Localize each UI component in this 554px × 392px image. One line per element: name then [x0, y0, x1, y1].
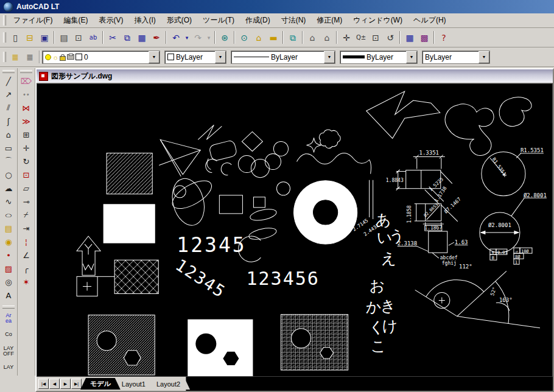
redo-button[interactable]: ↷ — [191, 30, 205, 44]
tool-point-button[interactable]: • — [1, 248, 16, 262]
lineweight-settings-button[interactable]: ▬ — [266, 30, 281, 44]
drawing-text[interactable]: Ø7.1467 — [443, 196, 462, 215]
pan-realtime-button[interactable]: ✛ — [339, 30, 354, 44]
menubar-grip[interactable] — [3, 15, 6, 26]
menu-item[interactable]: 形式(O) — [161, 14, 197, 27]
menu-item[interactable]: 作成(D) — [240, 14, 276, 27]
zoom-realtime-button[interactable]: Q± — [354, 30, 368, 44]
drawing-text[interactable]: 1.1867 — [424, 225, 442, 231]
print-button[interactable]: ▤ — [57, 30, 71, 44]
tool-make-block-button[interactable]: ◉ — [1, 235, 16, 248]
tool-scale-button[interactable]: ⊡ — [19, 168, 34, 181]
undo-button[interactable]: ↶ — [169, 30, 183, 44]
app-title-bar[interactable]: AutoCAD LT — [0, 0, 554, 13]
layout-tab[interactable]: モデル — [80, 378, 121, 390]
layout-viewports-button[interactable]: ⧉ — [286, 30, 300, 44]
plotstyle-combo[interactable]: ByLayer ▼ — [422, 51, 490, 64]
first-tab-button[interactable]: |◀ — [38, 379, 49, 389]
menu-item[interactable]: 編集(E) — [58, 14, 93, 27]
blob-with-tail[interactable] — [445, 104, 494, 156]
drawing-text[interactable]: 2.3138 — [398, 240, 418, 247]
zigzag-polygon[interactable] — [366, 91, 440, 138]
color-combo[interactable]: ByLayer ▼ — [164, 51, 226, 64]
menu-item[interactable]: 寸法(N) — [276, 14, 312, 27]
export-block-button[interactable]: ⌂ — [320, 30, 334, 44]
drawing-text[interactable]: 1.63 — [455, 239, 468, 245]
drawing-text[interactable]: Ø2.0653 — [423, 202, 440, 219]
tool-multiline-button[interactable]: ⫽ — [1, 101, 16, 114]
tool-erase-button[interactable]: ⌦ — [19, 74, 34, 88]
layer-combo[interactable]: 0 ▼ — [42, 51, 160, 64]
solid-square-with-holes[interactable] — [188, 320, 253, 376]
tool-text-button[interactable]: A — [1, 289, 16, 302]
tool-line-button[interactable]: ╱ — [1, 74, 16, 88]
drawing-text[interactable]: R1.5351 — [521, 147, 544, 153]
zoom-previous-button[interactable]: ↺ — [383, 30, 398, 44]
linetype-combo-dropdown[interactable]: ▼ — [324, 51, 335, 63]
drawing-canvas[interactable]: 1234512345123456あいうえおかきくけこ1.33511.88431.… — [37, 84, 552, 376]
rectangle-outline[interactable] — [219, 195, 242, 214]
tool-revision-cloud-button[interactable]: ☁ — [1, 181, 16, 195]
tool-array-button[interactable]: ⊞ — [19, 128, 34, 141]
tool-lengthen-button[interactable]: ⊸ — [19, 195, 34, 208]
tool-chamfer-button[interactable]: ∠ — [19, 248, 34, 262]
plotstyle-combo-dropdown[interactable]: ▼ — [479, 51, 489, 63]
tool-hatch-button[interactable]: ▨ — [1, 262, 16, 275]
menu-item[interactable]: ツール(T) — [197, 14, 240, 27]
layer-combo-dropdown[interactable]: ▼ — [149, 51, 160, 63]
menu-item[interactable]: 修正(M) — [311, 14, 348, 27]
zigzag-lines[interactable] — [198, 125, 222, 139]
tool-polyline-button[interactable]: ʃ — [1, 114, 16, 128]
draw-toolbar-grip[interactable] — [2, 70, 15, 73]
tool-mirror-button[interactable]: ⋈ — [19, 101, 34, 114]
drawing-text[interactable]: け — [382, 317, 398, 335]
hatched-square[interactable] — [107, 153, 152, 194]
hatched-square-with-holes[interactable] — [88, 315, 155, 375]
drawing-text[interactable]: R1.5351 — [491, 156, 507, 177]
drawing-text[interactable]: か — [366, 298, 382, 316]
insert-block-button[interactable]: ⌂ — [305, 30, 320, 44]
tool-trim-button[interactable]: ⌿ — [19, 208, 34, 222]
menu-item[interactable]: ファイル(F) — [8, 14, 58, 27]
match-properties-button[interactable]: ✒ — [149, 30, 164, 44]
co-button[interactable]: Co — [1, 326, 16, 343]
small-circle[interactable] — [276, 182, 290, 195]
drawing-text[interactable]: fghij — [442, 261, 457, 266]
triangle-figure[interactable] — [159, 139, 200, 176]
overlapping-ellipses[interactable] — [167, 175, 216, 229]
block-definition-button[interactable]: ⌂ — [251, 30, 266, 44]
drawing-text[interactable]: 52° — [489, 286, 497, 296]
tool-construction-line-button[interactable]: ↗ — [1, 88, 16, 101]
lineweight-combo[interactable]: ByLayer ▼ — [340, 51, 418, 64]
tool-polygon-button[interactable]: ⌂ — [1, 128, 16, 141]
filled-donut[interactable] — [294, 181, 357, 244]
undo-dropdown-button[interactable]: ▾ — [183, 30, 191, 44]
tool-rotate-button[interactable]: ↻ — [19, 155, 34, 168]
tool-ellipse-button[interactable]: ○ — [1, 208, 16, 222]
modify-toolbar-grip[interactable] — [20, 70, 32, 73]
layer-previous-button[interactable]: ≣ — [23, 50, 37, 64]
design-center-button[interactable]: ▩ — [417, 30, 432, 44]
standard-toolbar-grip[interactable] — [3, 32, 6, 43]
layers-dialog-button[interactable]: ≣ — [8, 50, 23, 64]
drawing-text[interactable]: お — [370, 277, 385, 295]
tool-region-button[interactable]: ◎ — [1, 275, 16, 289]
drawing-text[interactable]: 123456 — [246, 268, 320, 289]
drawing-text[interactable]: 1 — [515, 259, 517, 265]
zoom-window-button[interactable]: ⊡ — [368, 30, 383, 44]
tool-arc-button[interactable]: ⌒ — [1, 155, 16, 168]
menu-item[interactable]: ウィンドウ(W) — [348, 14, 408, 27]
cut-button[interactable]: ✂ — [105, 30, 120, 44]
last-tab-button[interactable]: ▶| — [71, 379, 82, 389]
drawing-text[interactable]: 12345 — [177, 233, 246, 257]
lay-off-button[interactable]: LAY OFF — [1, 343, 16, 359]
previous-tab-button[interactable]: ◀ — [49, 379, 60, 389]
print-preview-button[interactable]: ⊡ — [71, 30, 86, 44]
drawing-text[interactable]: Ø2.8001 — [488, 222, 511, 228]
diamond[interactable] — [242, 131, 262, 151]
help-button[interactable]: ? — [437, 30, 451, 44]
drawing-text[interactable]: 112° — [459, 264, 472, 270]
small-square-outline[interactable] — [253, 197, 265, 208]
custom-toolbar-grip[interactable] — [2, 306, 15, 309]
tool-extend-button[interactable]: ⇥ — [19, 222, 34, 235]
